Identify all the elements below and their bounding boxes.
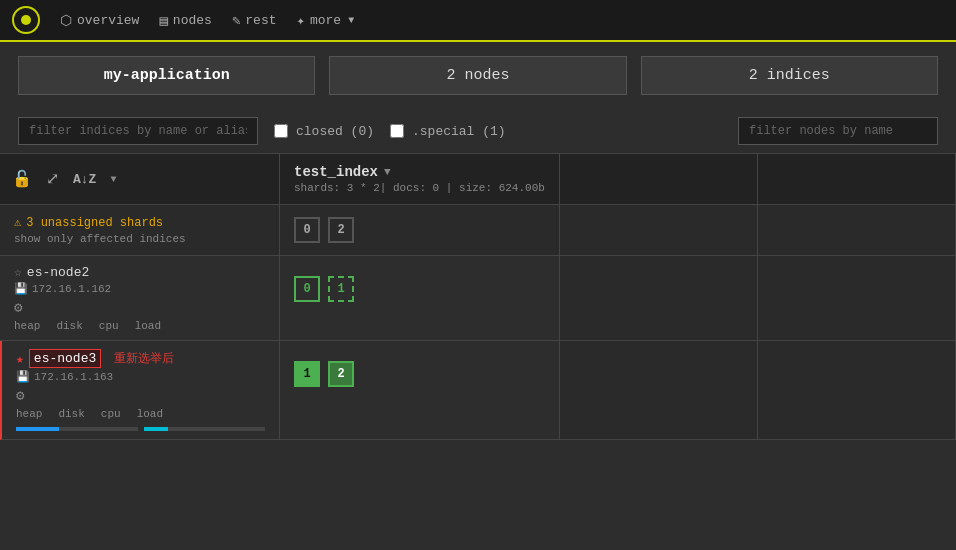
nav-nodes-label: nodes bbox=[173, 13, 212, 28]
summary-bar: my-application 2 nodes 2 indices bbox=[0, 42, 956, 109]
index-header-cell: test_index ▼ shards: 3 * 2| docs: 0 | si… bbox=[280, 154, 560, 205]
node2-actions: ⚙ bbox=[14, 299, 265, 316]
node3-shard-2[interactable]: 2 bbox=[328, 361, 354, 387]
expand-icon[interactable]: ⤢ bbox=[46, 169, 59, 189]
nodes-count: 2 nodes bbox=[446, 67, 509, 84]
index-filter-input[interactable] bbox=[18, 117, 258, 145]
warning-empty-1 bbox=[560, 205, 758, 256]
cluster-name-box[interactable]: my-application bbox=[18, 56, 315, 95]
node2-shard-0[interactable]: 0 bbox=[294, 276, 320, 302]
node2-heap-label: heap bbox=[14, 320, 40, 332]
node2-shards-cell: 0 1 bbox=[280, 256, 560, 341]
node2-cpu-label: cpu bbox=[99, 320, 119, 332]
warning-cell: ⚠ 3 unassigned shards show only affected… bbox=[0, 205, 280, 256]
node2-stats: heap disk cpu load bbox=[14, 320, 265, 332]
main-grid: 🔓 ⤢ A↓Z ▼ test_index ▼ shards: 3 * 2| do… bbox=[0, 153, 956, 440]
node3-empty-2 bbox=[758, 341, 956, 440]
closed-checkbox[interactable] bbox=[274, 124, 288, 138]
node3-info-cell: ★ es-node3 重新选举后 💾 172.16.1.163 ⚙ heap d… bbox=[0, 341, 280, 440]
node2-info-cell: ☆ es-node2 💾 172.16.1.162 ⚙ heap disk cp… bbox=[0, 256, 280, 341]
node3-heap-label: heap bbox=[16, 408, 42, 420]
special-filter-group: .special (1) bbox=[390, 124, 506, 139]
index-name: test_index bbox=[294, 164, 378, 180]
sort-az-icon[interactable]: A↓Z bbox=[73, 172, 96, 187]
filter-bar: closed (0) .special (1) bbox=[0, 109, 956, 153]
node2-empty-1 bbox=[560, 256, 758, 341]
node3-reselect-hint: 重新选举后 bbox=[114, 350, 174, 367]
node3-actions: ⚙ bbox=[16, 387, 265, 404]
node3-heap-bar-fill bbox=[16, 427, 59, 431]
nav-rest-label: rest bbox=[245, 13, 276, 28]
toolbar-cell: 🔓 ⤢ A↓Z ▼ bbox=[0, 154, 280, 205]
app-logo[interactable] bbox=[12, 6, 40, 34]
node3-disk-bar-fill bbox=[144, 427, 168, 431]
nav-more-label: more bbox=[310, 13, 341, 28]
node2-load-label: load bbox=[135, 320, 161, 332]
dropdown-icon[interactable]: ▼ bbox=[110, 174, 116, 185]
closed-label: closed (0) bbox=[296, 124, 374, 139]
node2-name: ☆ es-node2 bbox=[14, 264, 265, 280]
header-empty-2 bbox=[758, 154, 956, 205]
svg-point-1 bbox=[21, 15, 31, 25]
star-filled-icon[interactable]: ★ bbox=[16, 351, 24, 367]
chevron-down-icon: ▼ bbox=[348, 15, 354, 26]
closed-filter-group: closed (0) bbox=[274, 124, 374, 139]
nav-rest[interactable]: ✎ rest bbox=[232, 12, 277, 29]
show-affected-link[interactable]: show only affected indices bbox=[14, 233, 265, 245]
star-empty-icon[interactable]: ☆ bbox=[14, 264, 22, 280]
shard-0-unassigned[interactable]: 0 bbox=[294, 217, 320, 243]
lock-icon[interactable]: 🔓 bbox=[12, 169, 32, 189]
nav-more[interactable]: ✦ more ▼ bbox=[297, 12, 355, 29]
warning-text: ⚠ 3 unassigned shards bbox=[14, 215, 265, 230]
overview-icon: ⬡ bbox=[60, 12, 72, 29]
index-meta: shards: 3 * 2| docs: 0 | size: 624.00b bbox=[294, 182, 545, 194]
node3-stats: heap disk cpu load bbox=[16, 408, 265, 420]
warning-icon: ⚠ bbox=[14, 215, 21, 230]
node3-empty-1 bbox=[560, 341, 758, 440]
shard-2-unassigned[interactable]: 2 bbox=[328, 217, 354, 243]
warning-empty-2 bbox=[758, 205, 956, 256]
special-label: .special (1) bbox=[412, 124, 506, 139]
node2-ip-label: 172.16.1.162 bbox=[32, 283, 111, 295]
top-navigation: ⬡ overview ▤ nodes ✎ rest ✦ more ▼ bbox=[0, 0, 956, 42]
node3-cpu-label: cpu bbox=[101, 408, 121, 420]
node3-load-label: load bbox=[137, 408, 163, 420]
index-dropdown-arrow[interactable]: ▼ bbox=[384, 166, 391, 178]
nav-overview[interactable]: ⬡ overview bbox=[60, 12, 139, 29]
rest-icon: ✎ bbox=[232, 12, 240, 29]
indices-count-box[interactable]: 2 indices bbox=[641, 56, 938, 95]
node3-name: ★ es-node3 重新选举后 bbox=[16, 349, 265, 368]
node3-heap-bar bbox=[16, 427, 138, 431]
disk-icon-node3: 💾 bbox=[16, 370, 30, 383]
node2-name-label: es-node2 bbox=[27, 265, 89, 280]
node3-disk-label: disk bbox=[58, 408, 84, 420]
node3-ip-label: 172.16.1.163 bbox=[34, 371, 113, 383]
node3-ip: 💾 172.16.1.163 bbox=[16, 370, 265, 383]
unassigned-shards-label: 3 unassigned shards bbox=[26, 216, 163, 230]
node2-settings-icon[interactable]: ⚙ bbox=[14, 299, 22, 316]
node2-disk-label: disk bbox=[56, 320, 82, 332]
cluster-name: my-application bbox=[104, 67, 230, 84]
nav-nodes[interactable]: ▤ nodes bbox=[159, 12, 211, 29]
warning-shards-cell: 0 2 bbox=[280, 205, 560, 256]
indices-count: 2 indices bbox=[749, 67, 830, 84]
nodes-icon: ▤ bbox=[159, 12, 167, 29]
node3-disk-bar bbox=[144, 427, 266, 431]
node2-ip: 💾 172.16.1.162 bbox=[14, 282, 265, 295]
node3-name-label: es-node3 bbox=[29, 349, 101, 368]
special-checkbox[interactable] bbox=[390, 124, 404, 138]
node3-settings-icon[interactable]: ⚙ bbox=[16, 387, 24, 404]
node2-shard-1[interactable]: 1 bbox=[328, 276, 354, 302]
header-empty-1 bbox=[560, 154, 758, 205]
node2-empty-2 bbox=[758, 256, 956, 341]
disk-icon-node2: 💾 bbox=[14, 282, 28, 295]
node3-shards-cell: 1 2 bbox=[280, 341, 560, 440]
more-icon: ✦ bbox=[297, 12, 305, 29]
nodes-count-box[interactable]: 2 nodes bbox=[329, 56, 626, 95]
nav-overview-label: overview bbox=[77, 13, 139, 28]
node-filter-input[interactable] bbox=[738, 117, 938, 145]
node3-shard-1[interactable]: 1 bbox=[294, 361, 320, 387]
